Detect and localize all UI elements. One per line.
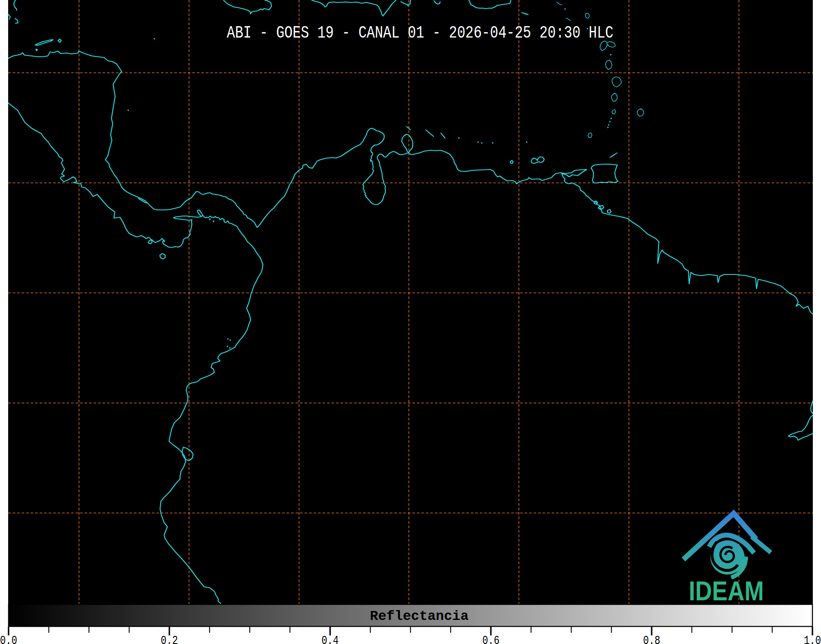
svg-text:Reflectancia: Reflectancia [370, 608, 469, 624]
svg-text:IDEAM: IDEAM [689, 576, 764, 606]
svg-text:0.6: 0.6 [482, 634, 499, 644]
svg-text:0.8: 0.8 [643, 634, 660, 644]
svg-text:0.2: 0.2 [161, 634, 178, 644]
svg-text:1.0: 1.0 [804, 634, 821, 644]
svg-text:0.4: 0.4 [322, 634, 339, 644]
svg-text:0.0: 0.0 [0, 634, 17, 644]
svg-text:ABI - GOES 19 - CANAL 01 - 202: ABI - GOES 19 - CANAL 01 - 2026-04-25 20… [227, 23, 614, 43]
